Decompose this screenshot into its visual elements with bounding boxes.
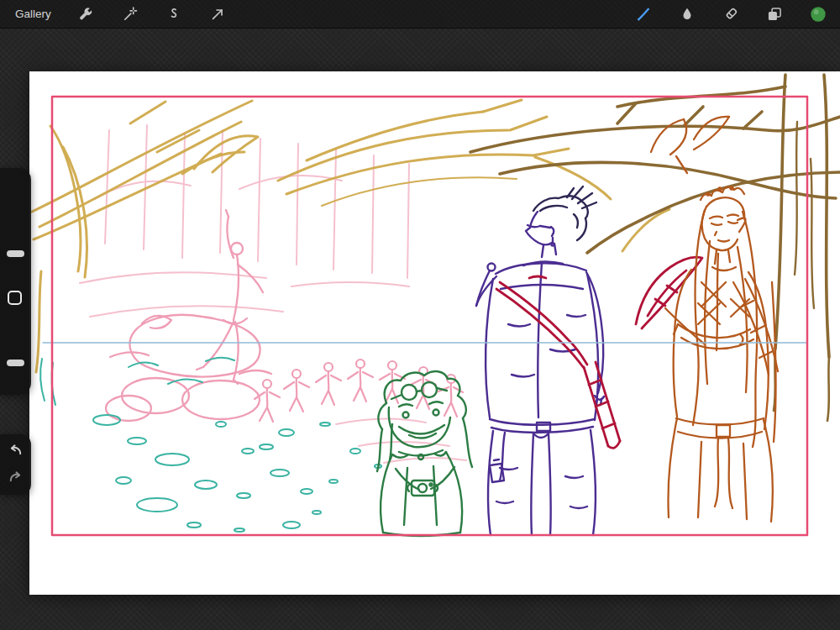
- magic-wand-icon: [122, 6, 139, 23]
- brush-icon: [635, 6, 652, 23]
- layers-icon: [766, 6, 783, 23]
- toolbar-left-group: Gallery: [0, 3, 229, 26]
- paint-button[interactable]: [632, 3, 655, 26]
- redo-button[interactable]: [6, 469, 25, 487]
- redo-icon: [8, 470, 24, 483]
- transform-arrow-icon: [209, 6, 226, 23]
- wrench-icon: [78, 6, 95, 23]
- smudge-icon: [679, 6, 696, 23]
- top-toolbar: Gallery: [0, 0, 840, 29]
- layers-button[interactable]: [763, 3, 786, 26]
- brush-size-slider[interactable]: [0, 176, 31, 269]
- canvas[interactable]: [29, 71, 840, 595]
- toolbar-right-group: [632, 3, 840, 26]
- selection-s-icon: [165, 6, 182, 23]
- procreate-workspace: Gallery: [0, 0, 840, 630]
- opacity-slider[interactable]: [0, 294, 31, 386]
- undo-icon: [8, 444, 24, 456]
- color-button[interactable]: [806, 3, 830, 26]
- actions-button[interactable]: [75, 3, 98, 26]
- brush-size-handle[interactable]: [7, 250, 24, 257]
- adjustments-button[interactable]: [118, 3, 142, 26]
- eraser-icon: [722, 6, 739, 23]
- brush-sidebar: [0, 168, 31, 395]
- artwork-sketch: [29, 71, 840, 595]
- transform-button[interactable]: [206, 3, 229, 26]
- gallery-button[interactable]: Gallery: [12, 6, 55, 22]
- selections-button[interactable]: [162, 3, 186, 26]
- history-panel: [0, 434, 31, 495]
- smudge-button[interactable]: [675, 3, 699, 26]
- opacity-handle[interactable]: [7, 360, 24, 366]
- color-swatch-icon: [809, 5, 827, 24]
- erase-button[interactable]: [719, 3, 743, 26]
- undo-button[interactable]: [6, 442, 25, 460]
